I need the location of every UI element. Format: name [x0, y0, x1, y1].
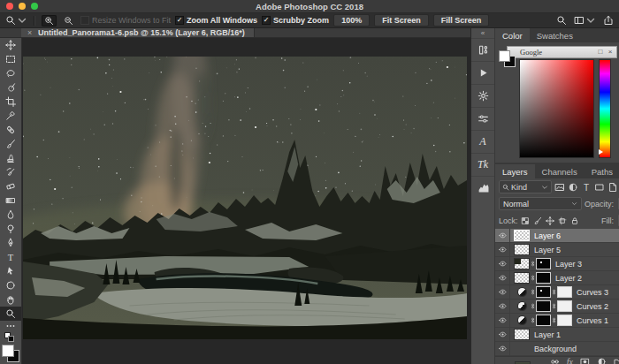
layer-mask-thumbnail[interactable]	[558, 301, 571, 311]
collapse-dock-button[interactable]: «	[471, 28, 494, 38]
foreground-color-swatch[interactable]	[2, 345, 14, 357]
spot-healing-tool[interactable]	[0, 123, 21, 137]
layer-row-layer-6[interactable]: Layer 6	[495, 229, 619, 243]
search-icon[interactable]	[556, 15, 567, 26]
layer-mask-thumbnail[interactable]	[558, 287, 571, 297]
filter-pixel-layers-button[interactable]	[554, 182, 565, 193]
filter-kind-dropdown[interactable]: Kind	[499, 180, 552, 193]
default-colors-button[interactable]	[4, 332, 17, 343]
saturation-brightness-field[interactable]	[519, 59, 594, 158]
edit-toolbar-ellipsis[interactable]	[0, 321, 21, 331]
layer-mask-thumbnail[interactable]	[537, 287, 550, 297]
panel-histogram[interactable]	[471, 176, 494, 199]
clone-stamp-tool[interactable]	[0, 151, 21, 165]
fill-screen-button[interactable]: Fill Screen	[433, 14, 490, 27]
zoom-out-button[interactable]	[61, 15, 76, 27]
workspace-switcher[interactable]	[574, 15, 596, 26]
visibility-toggle[interactable]	[495, 328, 510, 341]
lock-transparency-button[interactable]	[521, 216, 530, 225]
layer-thumbnail[interactable]	[515, 330, 529, 339]
lock-pixels-button[interactable]	[533, 216, 542, 225]
filter-smart-objects-button[interactable]	[608, 182, 618, 193]
layer-row-background[interactable]: Background	[495, 342, 619, 356]
close-tab-icon[interactable]: ×	[27, 28, 34, 37]
hand-tool[interactable]	[0, 292, 21, 307]
eraser-tool[interactable]	[0, 179, 21, 193]
visibility-toggle[interactable]	[495, 243, 510, 256]
layer-row-layer-5[interactable]: Layer 5	[495, 243, 619, 257]
tab-layers[interactable]: Layers	[495, 164, 535, 178]
filter-type-layers-button[interactable]: T	[581, 182, 592, 193]
tool-preset-button[interactable]	[5, 15, 27, 26]
blend-mode-dropdown[interactable]: Normal	[499, 197, 582, 210]
gradient-tool[interactable]	[0, 193, 21, 208]
layer-thumbnail[interactable]	[515, 245, 529, 254]
new-adjustment-layer-button[interactable]	[597, 357, 607, 364]
document-tab[interactable]: × Untitled_Panorama1-6.psb @ 15.1% (Laye…	[21, 28, 255, 37]
panel-adjustments[interactable]	[471, 38, 494, 61]
panel-character[interactable]: A	[471, 130, 494, 153]
layer-mask-thumbnail[interactable]	[558, 315, 571, 325]
layer-styles-button[interactable]: fx	[567, 357, 573, 364]
layer-row-layer-3[interactable]: Layer 3	[495, 257, 619, 271]
google-window-titlebar[interactable]: Google □ ×	[507, 46, 617, 58]
layer-row-curves-1[interactable]: Curves 1	[495, 314, 619, 328]
panel-actions[interactable]	[471, 61, 494, 84]
filter-adjustment-layers-button[interactable]	[568, 182, 578, 193]
tab-color[interactable]: Color	[495, 28, 530, 42]
tab-swatches[interactable]: Swatches	[530, 28, 580, 42]
lock-all-button[interactable]	[570, 216, 579, 225]
tab-paths[interactable]: Paths	[585, 164, 619, 178]
layer-mask-thumbnail[interactable]	[537, 259, 550, 269]
dodge-tool[interactable]	[0, 222, 21, 236]
foreground-color-swatch[interactable]	[499, 50, 510, 62]
blur-tool[interactable]	[0, 208, 21, 222]
brush-tool[interactable]	[0, 137, 21, 151]
layer-thumbnail[interactable]	[515, 231, 529, 240]
layer-row-layer-2[interactable]: Layer 2	[495, 271, 619, 285]
visibility-toggle[interactable]	[495, 342, 510, 355]
shape-tool[interactable]	[0, 278, 21, 292]
path-selection-tool[interactable]	[0, 264, 21, 278]
share-icon[interactable]	[603, 15, 614, 26]
visibility-toggle[interactable]	[495, 271, 510, 284]
filter-shape-layers-button[interactable]	[594, 182, 605, 193]
move-tool[interactable]	[0, 38, 21, 52]
type-tool[interactable]: T	[0, 250, 21, 264]
layer-mask-thumbnail[interactable]	[537, 273, 550, 283]
lock-position-button[interactable]	[546, 216, 554, 225]
lock-artboard-button[interactable]	[558, 216, 567, 225]
scrubby-zoom-checkbox[interactable]: ✓ Scrubby Zoom	[262, 16, 329, 25]
fit-screen-button[interactable]: Fit Screen	[374, 14, 429, 27]
color-swatches[interactable]	[2, 345, 19, 361]
zoom-tool[interactable]	[0, 307, 21, 321]
link-layers-button[interactable]	[550, 357, 560, 364]
hue-slider-marker[interactable]	[599, 149, 603, 155]
zoom-100-button[interactable]: 100%	[333, 14, 370, 27]
close-icon[interactable]: ×	[607, 49, 614, 56]
visibility-toggle[interactable]	[495, 257, 510, 270]
eyedropper-tool[interactable]	[0, 109, 21, 123]
adjustment-thumbnail[interactable]	[515, 287, 529, 297]
layer-row-layer-1[interactable]: Layer 1	[495, 328, 619, 342]
lasso-tool[interactable]	[0, 66, 21, 80]
zoom-in-button[interactable]	[42, 15, 57, 27]
add-mask-button[interactable]	[580, 357, 590, 364]
panel-tk-actions[interactable]: Tk	[471, 153, 494, 176]
history-brush-tool[interactable]	[0, 165, 21, 179]
layer-thumbnail[interactable]	[515, 273, 529, 283]
resize-windows-checkbox[interactable]: Resize Windows to Fit	[80, 16, 171, 25]
layer-mask-thumbnail[interactable]	[537, 315, 550, 325]
zoom-all-windows-checkbox[interactable]: ✓ Zoom All Windows	[175, 16, 257, 25]
layer-row-curves-2[interactable]: Curves 2	[495, 300, 619, 314]
color-panel-swatches[interactable]	[499, 50, 516, 68]
adjustment-thumbnail[interactable]	[515, 301, 529, 311]
panel-controls[interactable]	[471, 107, 494, 130]
tab-channels[interactable]: Channels	[535, 164, 585, 178]
layer-row-curves-3[interactable]: Curves 3	[495, 285, 619, 300]
panel-filters[interactable]	[471, 84, 494, 107]
visibility-toggle[interactable]	[495, 314, 510, 327]
crop-tool[interactable]	[0, 95, 21, 109]
layer-thumbnail[interactable]	[515, 259, 529, 269]
document-canvas[interactable]	[23, 57, 467, 339]
